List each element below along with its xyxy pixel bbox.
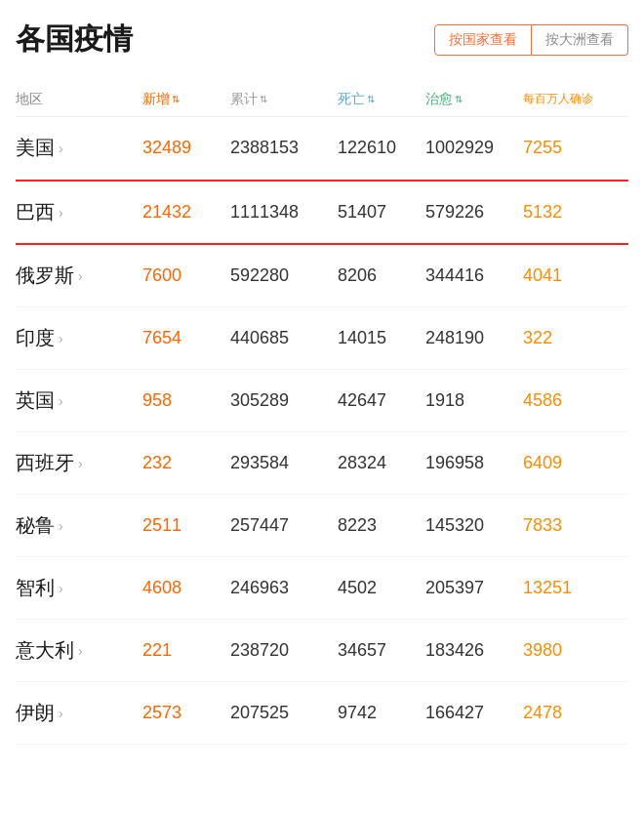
col-header-new[interactable]: 新增 ⇅ bbox=[142, 91, 230, 108]
recovered-cell: 166427 bbox=[425, 703, 523, 723]
deaths-cell: 4502 bbox=[338, 578, 425, 598]
new-cell: 2511 bbox=[142, 515, 230, 536]
cumulative-cell: 1111348 bbox=[230, 202, 338, 223]
deaths-cell: 28324 bbox=[338, 453, 425, 473]
table-body: 美国 › 32489 2388153 122610 1002929 7255 巴… bbox=[16, 117, 628, 745]
cumulative-cell: 207525 bbox=[230, 703, 338, 723]
table-row[interactable]: 智利 › 4608 246963 4502 205397 13251 bbox=[16, 557, 628, 620]
deaths-cell: 51407 bbox=[338, 202, 425, 223]
per-million-cell: 4041 bbox=[523, 265, 611, 286]
table-row[interactable]: 巴西 › 21432 1111348 51407 579226 5132 bbox=[16, 180, 628, 245]
col-header-region: 地区 bbox=[16, 91, 142, 108]
recovered-cell: 248190 bbox=[425, 328, 523, 348]
region-cell[interactable]: 美国 › bbox=[16, 135, 142, 161]
per-million-cell: 7833 bbox=[523, 515, 611, 536]
table-row[interactable]: 俄罗斯 › 7600 592280 8206 344416 4041 bbox=[16, 245, 628, 307]
per-million-cell: 3980 bbox=[523, 640, 611, 661]
new-cell: 221 bbox=[142, 640, 230, 661]
region-cell[interactable]: 西班牙 › bbox=[16, 450, 142, 476]
page-header: 各国疫情 按国家查看 按大洲查看 bbox=[16, 20, 628, 60]
chevron-icon: › bbox=[78, 643, 83, 659]
cumulative-cell: 305289 bbox=[230, 390, 338, 411]
cumulative-cell: 592280 bbox=[230, 265, 338, 286]
chevron-icon: › bbox=[59, 706, 63, 721]
deaths-cell: 42647 bbox=[338, 390, 425, 411]
chevron-icon: › bbox=[59, 205, 63, 221]
region-cell[interactable]: 印度 › bbox=[16, 325, 142, 351]
cumulative-cell: 440685 bbox=[230, 328, 338, 348]
region-cell[interactable]: 秘鲁 › bbox=[16, 512, 142, 539]
per-million-cell: 13251 bbox=[523, 578, 611, 598]
per-million-cell: 2478 bbox=[523, 703, 611, 723]
region-cell[interactable]: 伊朗 › bbox=[16, 700, 142, 726]
recovered-cell: 196958 bbox=[425, 453, 523, 473]
chevron-icon: › bbox=[59, 141, 63, 156]
new-cell: 7600 bbox=[142, 265, 230, 286]
table-row[interactable]: 秘鲁 › 2511 257447 8223 145320 7833 bbox=[16, 495, 628, 557]
new-cell: 958 bbox=[142, 390, 230, 411]
region-cell[interactable]: 俄罗斯 › bbox=[16, 263, 142, 289]
deaths-cell: 34657 bbox=[338, 640, 425, 661]
tab-by-country[interactable]: 按国家查看 bbox=[434, 24, 532, 56]
page-title: 各国疫情 bbox=[16, 20, 133, 60]
chevron-icon: › bbox=[59, 518, 63, 534]
cumulative-cell: 2388153 bbox=[230, 138, 338, 158]
chevron-icon: › bbox=[59, 393, 63, 409]
recovered-cell: 1002929 bbox=[425, 138, 523, 158]
sort-icon-deaths: ⇅ bbox=[367, 95, 375, 104]
chevron-icon: › bbox=[59, 581, 63, 596]
region-cell[interactable]: 英国 › bbox=[16, 387, 142, 414]
region-cell[interactable]: 巴西 › bbox=[16, 199, 142, 225]
cumulative-cell: 246963 bbox=[230, 578, 338, 598]
sort-icon-new: ⇅ bbox=[172, 95, 180, 104]
recovered-cell: 1918 bbox=[425, 390, 523, 411]
tab-buttons: 按国家查看 按大洲查看 bbox=[434, 24, 628, 56]
new-cell: 2573 bbox=[142, 703, 230, 723]
new-cell: 4608 bbox=[142, 578, 230, 598]
sort-icon-recovered: ⇅ bbox=[455, 95, 463, 104]
col-header-deaths[interactable]: 死亡 ⇅ bbox=[338, 91, 425, 108]
table-row[interactable]: 西班牙 › 232 293584 28324 196958 6409 bbox=[16, 432, 628, 495]
new-cell: 7654 bbox=[142, 328, 230, 348]
tab-by-continent[interactable]: 按大洲查看 bbox=[532, 24, 628, 56]
col-header-cumulative[interactable]: 累计 ⇅ bbox=[230, 91, 338, 108]
recovered-cell: 183426 bbox=[425, 640, 523, 661]
sort-icon-cumulative: ⇅ bbox=[260, 95, 267, 104]
region-cell[interactable]: 意大利 › bbox=[16, 637, 142, 664]
col-header-per-million[interactable]: 每百万人确诊 bbox=[523, 91, 611, 108]
table-row[interactable]: 伊朗 › 2573 207525 9742 166427 2478 bbox=[16, 682, 628, 745]
region-cell[interactable]: 智利 › bbox=[16, 575, 142, 601]
table-row[interactable]: 意大利 › 221 238720 34657 183426 3980 bbox=[16, 620, 628, 682]
cumulative-cell: 238720 bbox=[230, 640, 338, 661]
table-row[interactable]: 印度 › 7654 440685 14015 248190 322 bbox=[16, 307, 628, 370]
new-cell: 32489 bbox=[142, 138, 230, 158]
cumulative-cell: 257447 bbox=[230, 515, 338, 536]
recovered-cell: 145320 bbox=[425, 515, 523, 536]
deaths-cell: 8223 bbox=[338, 515, 425, 536]
per-million-cell: 5132 bbox=[523, 202, 611, 223]
per-million-cell: 6409 bbox=[523, 453, 611, 473]
col-header-recovered[interactable]: 治愈 ⇅ bbox=[425, 91, 523, 108]
table-row[interactable]: 英国 › 958 305289 42647 1918 4586 bbox=[16, 370, 628, 432]
cumulative-cell: 293584 bbox=[230, 453, 338, 473]
recovered-cell: 579226 bbox=[425, 202, 523, 223]
deaths-cell: 14015 bbox=[338, 328, 425, 348]
new-cell: 21432 bbox=[142, 202, 230, 223]
table-row[interactable]: 美国 › 32489 2388153 122610 1002929 7255 bbox=[16, 117, 628, 180]
recovered-cell: 344416 bbox=[425, 265, 523, 286]
deaths-cell: 8206 bbox=[338, 265, 425, 286]
chevron-icon: › bbox=[78, 456, 83, 471]
new-cell: 232 bbox=[142, 453, 230, 473]
per-million-cell: 7255 bbox=[523, 138, 611, 158]
data-table: 地区 新增 ⇅ 累计 ⇅ 死亡 ⇅ 治愈 ⇅ 每百万人确诊 美国 › 32489… bbox=[16, 83, 628, 745]
deaths-cell: 122610 bbox=[338, 138, 425, 158]
chevron-icon: › bbox=[59, 331, 63, 346]
per-million-cell: 322 bbox=[523, 328, 611, 348]
recovered-cell: 205397 bbox=[425, 578, 523, 598]
chevron-icon: › bbox=[78, 268, 83, 284]
table-header: 地区 新增 ⇅ 累计 ⇅ 死亡 ⇅ 治愈 ⇅ 每百万人确诊 bbox=[16, 83, 628, 117]
deaths-cell: 9742 bbox=[338, 703, 425, 723]
per-million-cell: 4586 bbox=[523, 390, 611, 411]
